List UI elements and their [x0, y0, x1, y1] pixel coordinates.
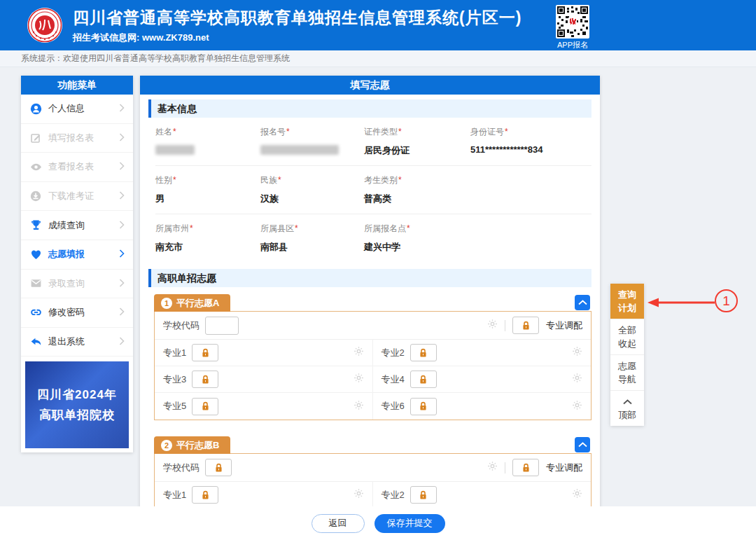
float-menu-label: 查询	[618, 288, 636, 301]
panel-title: 填写志愿	[140, 76, 600, 95]
major-lock-button[interactable]	[410, 371, 437, 388]
required-asterisk: *	[505, 127, 508, 137]
major-label: 专业6	[382, 400, 405, 413]
gear-icon[interactable]	[354, 346, 364, 359]
chevron-right-icon	[119, 279, 125, 289]
float-menu-label: 计划	[618, 301, 636, 314]
mail-icon	[29, 277, 42, 290]
field-考生类别: 考生类别*普高类	[364, 174, 470, 205]
volunteer-number-badge: 2	[161, 440, 172, 451]
major-lock-button[interactable]	[410, 486, 437, 504]
major-cell-专业5: 专业5	[155, 393, 373, 420]
school-code-label: 学校代码	[163, 319, 200, 332]
adjust-lock-button[interactable]	[512, 317, 539, 334]
major-cell-专业1: 专业1	[155, 340, 373, 366]
float-menu-item-全部收起[interactable]: 全部收起	[610, 319, 644, 355]
site-logo-icon	[27, 7, 63, 43]
float-menu-item-查询计划[interactable]: 查询计划	[610, 284, 644, 319]
volunteer-title: 平行志愿A	[176, 297, 219, 310]
field-民族: 民族*汉族	[260, 174, 364, 205]
collapse-button[interactable]	[575, 437, 590, 452]
heart-icon	[29, 248, 42, 261]
banner-line2: 高职单招院校	[25, 405, 129, 425]
school-code-lock-button[interactable]	[205, 459, 232, 476]
banner-line1: 四川省2024年	[25, 385, 129, 405]
field-报名号: 报名号*	[260, 126, 364, 157]
major-lock-button[interactable]	[410, 344, 437, 361]
redacted-value	[155, 145, 195, 155]
field-value: 男	[155, 193, 260, 205]
sidebar-title: 功能菜单	[21, 76, 133, 95]
field-value: 居民身份证	[364, 144, 470, 157]
field-label: 民族*	[260, 174, 364, 186]
main-panel: 填写志愿 基本信息 姓名*报名号*证件类型*居民身份证身份证号*511*****…	[140, 76, 600, 515]
required-asterisk: *	[173, 127, 176, 137]
major-label: 专业3	[163, 373, 186, 386]
major-cell-专业3: 专业3	[155, 366, 373, 393]
sidebar-banner[interactable]: 四川省2024年 高职单招院校	[25, 361, 129, 448]
school-code-input[interactable]	[205, 317, 239, 335]
field-label: 考生类别*	[364, 174, 470, 186]
gear-icon[interactable]	[572, 400, 582, 413]
download-icon	[29, 190, 42, 202]
gear-icon[interactable]	[487, 461, 498, 474]
adjust-lock-button[interactable]	[512, 459, 539, 476]
chevron-right-icon	[119, 133, 125, 143]
basic-info-fields: 姓名*报名号*证件类型*居民身份证身份证号*511************834…	[155, 118, 592, 262]
app-header: 四川省普通高等学校高职教育单独招生信息管理系统(片区一) 招生考试信息网: ww…	[0, 0, 756, 50]
sidebar-item-user[interactable]: 个人信息	[21, 95, 133, 124]
gear-icon[interactable]	[354, 400, 364, 413]
collapse-button[interactable]	[575, 295, 590, 310]
volunteer-number-badge: 1	[161, 298, 172, 309]
major-lock-button[interactable]	[192, 398, 218, 415]
sidebar-item-trophy[interactable]: 成绩查询	[21, 211, 133, 240]
save-submit-button[interactable]: 保存并提交	[374, 514, 445, 533]
major-label: 专业2	[382, 347, 405, 359]
trophy-icon	[29, 219, 42, 232]
field-value: 汉族	[260, 193, 364, 205]
adjust-group: 专业调配	[487, 317, 582, 334]
field-label: 所属县区*	[260, 223, 364, 235]
major-lock-button[interactable]	[192, 486, 218, 504]
sidebar-item-link[interactable]: 修改密码	[21, 298, 133, 328]
field-所属报名点: 所属报名点*建兴中学	[364, 223, 470, 254]
volunteer-tab: 2平行志愿B	[154, 436, 230, 454]
annotation-arrow-icon	[647, 296, 717, 312]
sidebar-item-label: 下载准考证	[48, 190, 94, 202]
sidebar-item-label: 修改密码	[48, 306, 85, 319]
chevron-right-icon	[119, 191, 125, 201]
major-label: 专业2	[382, 489, 405, 501]
sidebar-item-download: 下载准考证	[21, 182, 133, 212]
volunteer-body: 学校代码专业调配专业1专业2专业3专业4	[154, 453, 592, 515]
float-menu-label: 全部	[618, 324, 636, 337]
required-asterisk: *	[407, 223, 410, 233]
gear-icon[interactable]	[572, 488, 582, 501]
school-code-row: 学校代码专业调配	[155, 454, 591, 482]
section-volunteers: 高职单招志愿	[148, 269, 592, 287]
sidebar-item-label: 查看报名表	[48, 160, 94, 173]
school-code-label: 学校代码	[163, 462, 200, 474]
volunteer-平行志愿B: 2平行志愿B学校代码专业调配专业1专业2专业3专业4	[154, 436, 592, 515]
gear-icon[interactable]	[354, 373, 364, 386]
sidebar-item-logout[interactable]: 退出系统	[21, 328, 133, 357]
float-menu-item-顶部[interactable]: 顶部	[610, 391, 644, 426]
sidebar-item-label: 录取查询	[48, 277, 85, 290]
school-code-row: 学校代码专业调配	[155, 312, 591, 340]
gear-icon[interactable]	[572, 373, 582, 386]
gear-icon[interactable]	[354, 488, 364, 501]
major-lock-button[interactable]	[410, 398, 437, 415]
required-asterisk: *	[286, 127, 290, 137]
gear-icon[interactable]	[487, 319, 498, 332]
back-button[interactable]: 返回	[312, 514, 365, 533]
sidebar-item-edit: 填写报名表	[21, 124, 133, 153]
sidebar-item-label: 个人信息	[48, 102, 85, 115]
major-lock-button[interactable]	[192, 371, 218, 388]
sidebar-item-heart[interactable]: 志愿填报	[21, 240, 133, 270]
logout-icon	[29, 335, 42, 348]
field-label: 所属报名点*	[364, 223, 470, 235]
page-title: 四川省普通高等学校高职教育单独招生信息管理系统(片区一)	[73, 7, 522, 29]
major-lock-button[interactable]	[192, 344, 218, 361]
volunteer-body: 学校代码专业调配专业1专业2专业3专业4专业5专业6	[154, 311, 592, 420]
gear-icon[interactable]	[572, 346, 582, 359]
float-menu-item-志愿导航[interactable]: 志愿导航	[610, 355, 644, 391]
